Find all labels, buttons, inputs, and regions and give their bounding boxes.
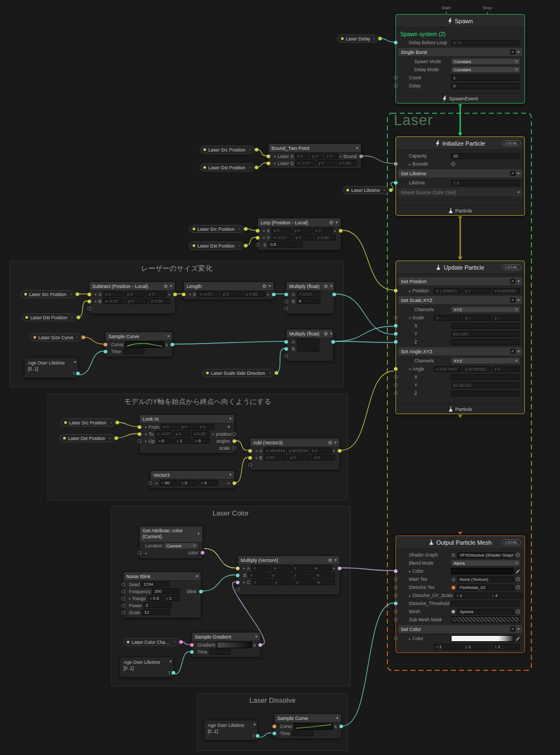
dropdown-blend-mode[interactable]: Alpha▾ [451, 560, 520, 566]
context-footer[interactable]: SpawnEvent [396, 93, 524, 103]
port-item-in[interactable] [236, 587, 240, 591]
settings-gear-icon[interactable]: ⚙ [328, 440, 332, 445]
collapse-chevron-icon[interactable]: ‹ [238, 226, 240, 231]
collapse-chevron-icon[interactable]: ▾ [229, 472, 231, 477]
pill-laser-scale-side-direction-9[interactable]: Laser Scale Side Direction‹ [202, 369, 275, 377]
object-picker-icon[interactable] [516, 585, 520, 589]
port-a-in[interactable] [284, 292, 288, 296]
bar-color[interactable] [451, 568, 514, 574]
port-y-in[interactable] [256, 236, 259, 239]
pill-laser-src-position-6[interactable]: Laser Src Position‹ [21, 290, 76, 298]
context-header[interactable]: Initialize ParticleLOCAL [396, 137, 524, 150]
collapse-chevron-icon[interactable]: ▾ [330, 331, 332, 336]
space-chevron-icon[interactable]: ▾ [228, 424, 230, 429]
context-footer[interactable]: Particle [396, 404, 524, 414]
field-y[interactable]: y1 [463, 644, 490, 650]
value-field[interactable]: 9 [297, 298, 320, 304]
port-scale-in[interactable] [121, 610, 125, 614]
node-header[interactable]: Subtract (Position - Local)⚙▾ [90, 282, 175, 291]
field-x[interactable]: x– [434, 315, 461, 321]
field-x[interactable]: x1 [434, 644, 461, 650]
field-y[interactable]: y– [463, 315, 490, 321]
section-set-lifetime[interactable]: Set Lifetime✓▾ [398, 169, 522, 177]
port-dissolve-tex-in[interactable] [394, 586, 398, 589]
port-s-out[interactable] [170, 342, 174, 346]
value-field-delay-before-loop[interactable]: 0.75 [451, 40, 520, 46]
expand-arrow-icon[interactable]: ▸ [256, 456, 258, 459]
collapse-chevron-icon[interactable]: ▾ [334, 558, 337, 562]
checkbox[interactable]: ✓ [510, 298, 515, 303]
collapse-chevron-icon[interactable]: ▾ [167, 334, 169, 339]
param-out-port[interactable] [81, 335, 85, 339]
collapse-chevron-icon[interactable]: ▾ [74, 360, 76, 365]
collapse-arrow-icon[interactable]: ▾ [409, 367, 411, 371]
port-a-in[interactable] [284, 340, 288, 344]
collapse-chevron-icon[interactable]: ▾ [254, 722, 256, 727]
expand-arrow-icon[interactable]: ▸ [409, 289, 411, 293]
param-out-port[interactable] [114, 436, 118, 440]
collapse-chevron-icon[interactable]: ‹ [249, 147, 251, 152]
port-x-in[interactable] [394, 375, 398, 379]
port-out-out[interactable] [338, 449, 342, 452]
collapse-chevron-icon[interactable]: ‹ [384, 188, 385, 193]
pill-laser-dst-position-7[interactable]: Laser Dst Position‹ [22, 313, 77, 321]
pill-laser-delay-0[interactable]: Laser Delay‹ [337, 35, 378, 43]
port-gradient-in[interactable] [190, 643, 194, 647]
field-z[interactable]: z0.86 [244, 291, 266, 297]
port-scale-in[interactable] [394, 316, 398, 320]
expand-arrow-icon[interactable]: ▸ [256, 449, 258, 452]
collapse-arrow-icon[interactable]: ▾ [409, 316, 411, 320]
port-frequency-in[interactable] [121, 589, 125, 593]
port-laser-d-in[interactable] [267, 161, 270, 165]
field-x[interactable]: x1 [454, 593, 488, 599]
value-field-lifetime[interactable]: 2.8 [451, 180, 520, 186]
settings-gear-icon[interactable]: ⚙ [328, 558, 332, 563]
field-y[interactable]: y1 [174, 438, 192, 444]
pill-laser-src-position-10[interactable]: Laser Src Position‹ [60, 418, 115, 427]
expand-arrow-icon[interactable]: ▸ [189, 292, 192, 296]
port-power-in[interactable] [121, 603, 125, 607]
field-x[interactable]: x90 [160, 480, 179, 486]
port-x-in[interactable] [182, 292, 186, 296]
settings-gear-icon[interactable]: ⚙ [324, 284, 328, 289]
expand-arrow-icon[interactable]: ▸ [409, 569, 411, 573]
port-y-in[interactable] [394, 383, 398, 387]
color-picker-icon[interactable] [515, 636, 520, 641]
port-x-in[interactable] [394, 324, 398, 328]
field-z[interactable]: z1 [493, 644, 520, 650]
param-out-port[interactable] [255, 148, 258, 152]
collapse-chevron-icon[interactable]: ▾ [269, 284, 271, 289]
object-picker-icon[interactable] [516, 577, 520, 581]
checkbox[interactable]: ✓ [510, 349, 515, 354]
port-time-in[interactable] [272, 731, 276, 735]
field-x[interactable]: x [252, 579, 272, 585]
field-z[interactable]: z0 [493, 366, 520, 372]
field-z[interactable]: z0.86 [315, 235, 336, 241]
collapse-chevron-icon[interactable]: ‹ [269, 370, 271, 375]
field-x[interactable]: x-0.07 [103, 298, 125, 304]
collapse-chevron-icon[interactable]: ‹ [71, 315, 73, 320]
value-field-x[interactable] [451, 374, 520, 380]
pill-laser-color-change-12[interactable]: Laser Color Change‹ [123, 638, 179, 646]
node-header[interactable]: Add (Vector3)⚙▾ [250, 438, 339, 447]
section-single-burst[interactable]: Single Burst✓▾ [398, 48, 522, 56]
value-field[interactable]: 200 [152, 588, 180, 594]
port-y-in[interactable] [394, 332, 398, 336]
pill-laser-dst-position-11[interactable]: Laser Dst Position‹ [59, 434, 114, 442]
param-out-port[interactable] [389, 188, 393, 192]
collapse-chevron-icon[interactable]: ▾ [196, 574, 198, 579]
value-field-delay[interactable]: 0 [451, 83, 520, 89]
edge-lerp-to-update-set-position[interactable] [342, 230, 394, 290]
collapse-chevron-icon[interactable]: ‹ [109, 436, 111, 441]
field-x[interactable]: x1.339871 [434, 288, 461, 294]
port-s-in[interactable] [256, 243, 259, 246]
field-z[interactable]: z0.432932 [493, 288, 520, 294]
expand-arrow-icon[interactable]: ▸ [129, 596, 131, 600]
field-y[interactable]: y4 [490, 593, 524, 599]
dropdown-delay-mode[interactable]: Constant▾ [451, 66, 520, 73]
port-delay-before-loop-in[interactable] [394, 41, 398, 45]
port-item-in[interactable] [148, 481, 152, 485]
thumbnail-curve1[interactable] [125, 341, 164, 348]
collapse-chevron-icon[interactable]: ▾ [229, 416, 231, 421]
object-field-dissolve-tex[interactable]: FireNoise_02 [457, 585, 514, 591]
